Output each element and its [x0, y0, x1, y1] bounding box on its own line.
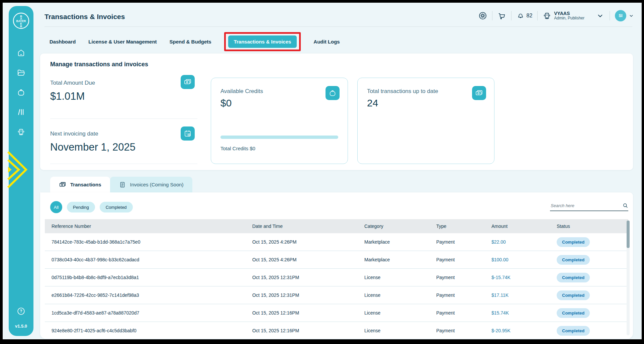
tab-license-user-management[interactable]: License & User Management [88, 39, 157, 45]
cell-reference: e2661b84-7226-42cc-9852-7c141def98a3 [45, 292, 246, 298]
tab-invoices-label: Invoices (Coming Soon) [130, 182, 184, 187]
cell-datetime: Oct 15, 2025 12:31PM [246, 275, 358, 280]
org-role: Admin, Publisher [554, 16, 584, 21]
calendar-clock-icon [181, 126, 195, 141]
org-switcher[interactable]: VYAAS Admin, Publisher [543, 11, 605, 21]
divider [537, 11, 538, 20]
credits-progress-bar [220, 136, 338, 139]
sidebar-nav [9, 49, 33, 136]
filter-all[interactable]: All [50, 201, 62, 213]
table-row[interactable]: 784142ce-783c-45ab-b1dd-368a1c7a75e0 Oct… [45, 233, 628, 251]
tab-spend-budgets[interactable]: Spend & Budgets [170, 39, 211, 45]
tab-transactions-invoices[interactable]: Transactions & Invoices [228, 35, 297, 48]
svg-text:R: R [20, 25, 22, 28]
table-row[interactable]: 924e8e80-2f71-4025-acf6-c4c5dd3babf0 Oct… [45, 322, 628, 339]
status-badge: Completed [557, 290, 590, 300]
divider [511, 11, 512, 20]
cell-reference: 784142ce-783c-45ab-b1dd-368a1c7a75e0 [45, 239, 246, 245]
table-row[interactable]: 1cd5ca3e-df7d-4583-ae87-a78a887020d7 Oct… [45, 304, 628, 322]
table-row[interactable]: 0d75119b-b4b8-4b8c-8df9-a7ecb1a3d8a1 Oct… [45, 269, 628, 286]
cell-datetime: Oct 15, 2025 12:31PM [246, 292, 358, 298]
cell-type: Payment [430, 275, 485, 280]
total-amount-due-label: Total Amount Due [50, 80, 95, 86]
cell-category: Marketplace [358, 239, 430, 245]
cell-type: Payment [430, 310, 485, 316]
cell-amount: $100.00 [485, 257, 550, 262]
bayer-logo-icon: BAYER B A E R [12, 11, 30, 31]
header-divider [44, 26, 632, 27]
folder-icon[interactable] [17, 68, 25, 77]
bayer-chevron-decoration [7, 150, 29, 191]
next-invoicing-date-value: November 1, 2025 [50, 141, 135, 153]
summary-heading: Manage transactions and invoices [50, 61, 148, 68]
app-version: v1.5.0 [15, 324, 27, 329]
chevron-down-icon [628, 13, 634, 19]
org-name: VYAAS [554, 11, 584, 16]
cell-status: Completed [550, 326, 628, 336]
cell-category: License [358, 310, 430, 316]
col-reference-number: Reference Number [45, 224, 246, 229]
total-transactions-value: 24 [367, 97, 378, 109]
cell-reference: 0738c043-40cc-4b37-998c-b33c62cadacd [45, 257, 246, 262]
table-header: Reference Number Date and Time Category … [45, 219, 628, 233]
status-badge: Completed [557, 308, 590, 318]
active-tab-highlight-annotation: Transactions & Invoices [224, 32, 301, 51]
table-row[interactable]: 0738c043-40cc-4b37-998c-b33c62cadacd Oct… [45, 251, 628, 269]
cell-category: License [358, 292, 430, 298]
bag-icon[interactable] [17, 88, 25, 97]
tab-audit-logs[interactable]: Audit Logs [313, 39, 340, 45]
library-icon[interactable] [17, 108, 25, 116]
building-icon[interactable] [17, 127, 25, 136]
main-nav: Dashboard License & User Management Spen… [50, 31, 340, 52]
total-transactions-label: Total transactions up to date [367, 88, 438, 95]
next-invoicing-date-label: Next invoicing date [50, 131, 98, 137]
sidebar: BAYER B A E R [9, 6, 33, 336]
status-badge: Completed [557, 326, 590, 336]
org-info: VYAAS Admin, Publisher [554, 11, 584, 21]
chevron-down-icon [596, 11, 605, 20]
table-body: 784142ce-783c-45ab-b1dd-368a1c7a75e0 Oct… [45, 233, 628, 339]
purse-icon [326, 86, 340, 100]
building-icon [543, 11, 551, 20]
table-row[interactable]: e2661b84-7226-42cc-9852-7c141def98a3 Oct… [45, 286, 628, 304]
tab-transactions-label: Transactions [70, 182, 101, 187]
invoice-icon [119, 181, 126, 188]
notification-count: 82 [526, 13, 532, 19]
cell-amount: $15.74K [485, 310, 550, 316]
help-icon[interactable]: ? [17, 307, 25, 316]
cell-amount: $22.00 [485, 239, 550, 245]
filter-pending[interactable]: Pending [67, 202, 95, 212]
cell-type: Payment [430, 239, 485, 245]
divider [50, 164, 197, 164]
available-credits-label: Available Credits [220, 88, 263, 95]
cell-reference: 1cd5ca3e-df7d-4583-ae87-a78a887020d7 [45, 310, 246, 316]
home-icon[interactable] [17, 49, 25, 57]
scrollbar-thumb[interactable] [627, 221, 630, 248]
cell-amount: $-15.74K [485, 275, 550, 280]
cell-datetime: Oct 15, 2025 4:26PM [246, 239, 358, 245]
cell-status: Completed [550, 237, 628, 247]
cash-icon [181, 75, 195, 89]
search-icon[interactable] [622, 202, 628, 208]
col-amount: Amount [485, 224, 550, 229]
avatar: SI [615, 10, 626, 21]
cell-datetime: Oct 15, 2025 12:16PM [246, 310, 358, 316]
settings-icon[interactable] [478, 11, 487, 20]
cart-icon[interactable] [497, 11, 506, 20]
cell-reference: 924e8e80-2f71-4025-acf6-c4c5dd3babf0 [45, 328, 246, 333]
cell-type: Payment [430, 257, 485, 262]
total-transactions-card: Total transactions up to date 24 [357, 78, 494, 164]
sidebar-footer: ? v1.5.0 [9, 307, 33, 329]
svg-text:?: ? [20, 309, 22, 314]
cell-category: Marketplace [358, 257, 430, 262]
tab-invoices[interactable]: Invoices (Coming Soon) [110, 177, 192, 192]
user-menu[interactable]: SI [615, 10, 634, 21]
notifications-button[interactable]: 82 [517, 12, 532, 20]
total-credits-label: Total Credits $0 [220, 146, 255, 151]
cell-status: Completed [550, 273, 628, 282]
filter-completed[interactable]: Completed [100, 202, 133, 212]
cell-amount: $-20.95K [485, 328, 550, 333]
search-input[interactable] [550, 203, 622, 208]
tab-transactions[interactable]: Transactions [50, 177, 110, 192]
tab-dashboard[interactable]: Dashboard [50, 39, 76, 45]
